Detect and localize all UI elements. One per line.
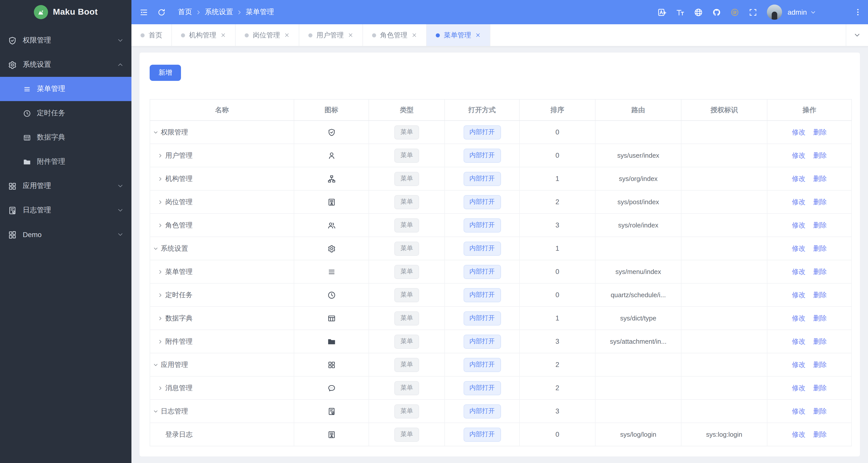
type-cell: 菜单 [369, 283, 445, 307]
delete-link[interactable]: 删除 [813, 128, 827, 136]
delete-link[interactable]: 删除 [813, 151, 827, 159]
edit-link[interactable]: 修改 [792, 268, 806, 275]
close-icon[interactable] [411, 32, 417, 38]
delete-link[interactable]: 删除 [813, 244, 827, 252]
close-icon[interactable] [284, 32, 290, 38]
sidebar-item-权限管理[interactable]: 权限管理 [0, 28, 131, 53]
open-cell: 内部打开 [445, 423, 520, 446]
delete-link[interactable]: 删除 [813, 314, 827, 322]
close-icon[interactable] [220, 32, 226, 38]
delete-link[interactable]: 删除 [813, 337, 827, 345]
sidebar-item-数据字典[interactable]: 数据字典 [0, 125, 131, 150]
actions-cell: 修改删除 [767, 400, 851, 423]
open-mode-badge: 内部打开 [463, 427, 501, 441]
delete-link[interactable]: 删除 [813, 384, 827, 392]
chevron-down-icon [854, 32, 860, 38]
github-icon[interactable] [712, 8, 721, 17]
edit-link[interactable]: 修改 [792, 128, 806, 136]
edit-link[interactable]: 修改 [792, 175, 806, 182]
open-cell: 内部打开 [445, 121, 520, 144]
sort-cell: 2 [520, 353, 595, 376]
font-size-icon[interactable] [676, 8, 684, 17]
open-cell: 内部打开 [445, 376, 520, 400]
icon-cell [294, 353, 369, 376]
chevron-down-icon[interactable] [810, 9, 816, 15]
sidebar-item-日志管理[interactable]: 日志管理 [0, 198, 131, 222]
open-cell: 内部打开 [445, 167, 520, 190]
edit-link[interactable]: 修改 [792, 291, 806, 299]
collapse-sidebar-icon[interactable] [140, 8, 148, 17]
breadcrumb-item[interactable]: 系统设置 [205, 7, 233, 17]
auth-cell: sys:log:login [681, 423, 767, 446]
edit-link[interactable]: 修改 [792, 430, 806, 438]
route-cell [595, 400, 681, 423]
tab-角色管理[interactable]: 角色管理 [363, 24, 427, 46]
delete-link[interactable]: 删除 [813, 291, 827, 299]
sidebar-item-应用管理[interactable]: 应用管理 [0, 174, 131, 198]
sidebar-item-定时任务[interactable]: 定时任务 [0, 101, 131, 125]
edit-link[interactable]: 修改 [792, 361, 806, 368]
close-icon[interactable] [348, 32, 353, 38]
fullscreen-icon[interactable] [749, 8, 757, 17]
chevron-right-icon[interactable] [158, 176, 163, 181]
tab-菜单管理[interactable]: 菜单管理 [427, 24, 490, 46]
tab-首页[interactable]: 首页 [131, 24, 172, 46]
chevron-right-icon[interactable] [158, 223, 163, 228]
sidebar-item-label: 系统设置 [23, 60, 51, 69]
delete-link[interactable]: 删除 [813, 430, 827, 438]
username[interactable]: admin [787, 8, 807, 16]
type-badge: 菜单 [394, 195, 419, 209]
chevron-right-icon[interactable] [158, 316, 163, 321]
delete-link[interactable]: 删除 [813, 407, 827, 415]
delete-link[interactable]: 删除 [813, 221, 827, 229]
chevron-down-icon[interactable] [153, 409, 158, 414]
chevron-down-icon[interactable] [153, 246, 158, 251]
chevron-right-icon[interactable] [158, 339, 163, 344]
translate-icon[interactable] [658, 8, 666, 17]
column-header: 名称 [150, 99, 294, 121]
sidebar-item-系统设置[interactable]: 系统设置 [0, 53, 131, 77]
breadcrumb-item[interactable]: 菜单管理 [246, 7, 274, 17]
edit-link[interactable]: 修改 [792, 151, 806, 159]
chevron-right-icon[interactable] [158, 269, 163, 274]
avatar[interactable] [767, 5, 782, 20]
edit-link[interactable]: 修改 [792, 407, 806, 415]
edit-link[interactable]: 修改 [792, 384, 806, 392]
sidebar-item-Demo[interactable]: Demo [0, 222, 131, 247]
type-badge: 菜单 [394, 427, 419, 441]
delete-link[interactable]: 删除 [813, 268, 827, 275]
tab-岗位管理[interactable]: 岗位管理 [236, 24, 299, 46]
chevron-right-icon[interactable] [158, 153, 163, 158]
chevron-right-icon[interactable] [158, 292, 163, 298]
name-cell: 系统设置 [150, 237, 294, 260]
chevron-right-icon[interactable] [158, 199, 163, 205]
chevron-right-icon[interactable] [158, 385, 163, 391]
edit-link[interactable]: 修改 [792, 221, 806, 229]
refresh-icon[interactable] [157, 8, 166, 17]
tab-用户管理[interactable]: 用户管理 [299, 24, 363, 46]
kebab-menu-icon[interactable] [854, 8, 862, 16]
tab-机构管理[interactable]: 机构管理 [172, 24, 236, 46]
edit-link[interactable]: 修改 [792, 337, 806, 345]
tab-list-dropdown[interactable] [846, 24, 868, 46]
edit-link[interactable]: 修改 [792, 314, 806, 322]
gitee-icon[interactable] [731, 8, 739, 17]
add-button[interactable]: 新增 [150, 65, 181, 81]
table-grid-icon [23, 134, 31, 141]
globe-icon[interactable] [694, 8, 703, 17]
auth-cell [681, 167, 767, 190]
edit-link[interactable]: 修改 [792, 198, 806, 206]
icon-cell [294, 190, 369, 214]
column-header: 路由 [595, 99, 681, 121]
edit-link[interactable]: 修改 [792, 244, 806, 252]
chevron-down-icon[interactable] [153, 362, 158, 367]
delete-link[interactable]: 删除 [813, 198, 827, 206]
sidebar-item-附件管理[interactable]: 附件管理 [0, 150, 131, 174]
close-icon[interactable] [475, 32, 481, 38]
delete-link[interactable]: 删除 [813, 175, 827, 182]
sort-cell: 0 [520, 260, 595, 283]
chevron-down-icon[interactable] [153, 130, 158, 135]
delete-link[interactable]: 删除 [813, 361, 827, 368]
breadcrumb-item[interactable]: 首页 [178, 7, 192, 17]
sidebar-item-菜单管理[interactable]: 菜单管理 [0, 77, 131, 101]
